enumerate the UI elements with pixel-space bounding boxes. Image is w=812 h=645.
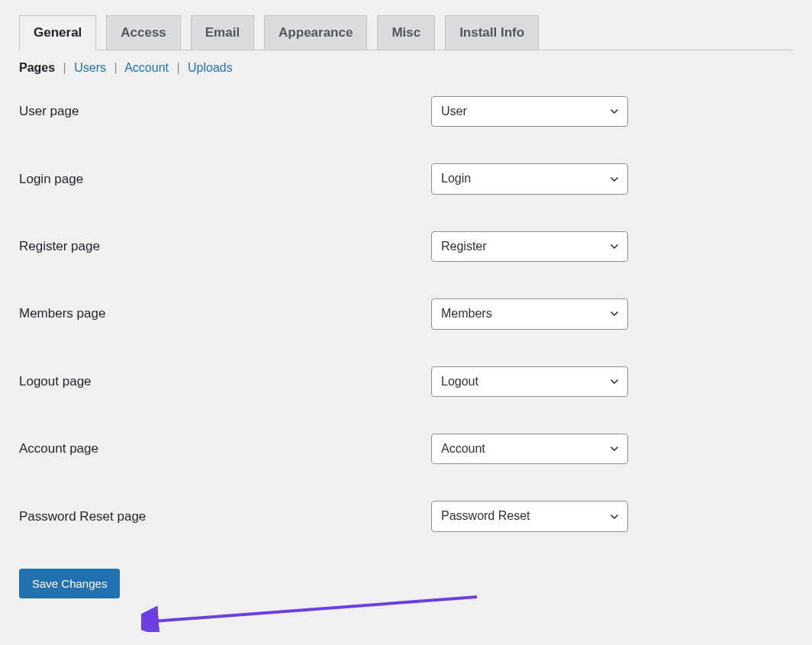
select-user-page[interactable]: User [431, 96, 628, 127]
subnav-users[interactable]: Users [74, 61, 106, 74]
tab-appearance[interactable]: Appearance [264, 15, 367, 50]
tab-install-info[interactable]: Install Info [445, 15, 539, 50]
select-account-page[interactable]: Account [431, 434, 628, 464]
field-logout-page: Logout page Logout [19, 366, 793, 397]
settings-form: User page User Login page Login Register… [19, 96, 793, 532]
field-account-page: Account page Account [19, 434, 793, 464]
subnav-account[interactable]: Account [124, 61, 169, 74]
label-account-page: Account page [19, 441, 431, 456]
subnav-separator: | [114, 61, 117, 74]
tab-general[interactable]: General [19, 15, 96, 50]
nav-tab-wrapper: General Access Email Appearance Misc Ins… [19, 15, 793, 50]
tab-access[interactable]: Access [106, 15, 181, 50]
label-logout-page: Logout page [19, 374, 431, 389]
select-register-page[interactable]: Register [431, 231, 628, 262]
field-user-page: User page User [19, 96, 793, 127]
svg-line-1 [153, 597, 477, 621]
subnav: Pages | Users | Account | Uploads [19, 61, 793, 75]
save-changes-button[interactable]: Save Changes [19, 569, 120, 598]
select-members-page[interactable]: Members [431, 298, 628, 329]
field-login-page: Login page Login [19, 163, 793, 194]
label-password-reset-page: Password Reset page [19, 509, 431, 524]
subnav-uploads[interactable]: Uploads [188, 61, 233, 74]
tab-misc[interactable]: Misc [377, 15, 435, 50]
field-members-page: Members page Members [19, 298, 793, 329]
label-user-page: User page [19, 104, 431, 119]
label-login-page: Login page [19, 172, 431, 187]
subnav-pages: Pages [19, 61, 55, 74]
tab-email[interactable]: Email [191, 15, 254, 50]
label-register-page: Register page [19, 239, 431, 254]
select-password-reset-page[interactable]: Password Reset [431, 501, 628, 531]
field-register-page: Register page Register [19, 231, 793, 262]
subnav-separator: | [176, 61, 179, 74]
label-members-page: Members page [19, 306, 431, 321]
subnav-separator: | [63, 61, 66, 74]
select-login-page[interactable]: Login [431, 163, 628, 194]
select-logout-page[interactable]: Logout [431, 366, 628, 397]
field-password-reset-page: Password Reset page Password Reset [19, 501, 793, 531]
